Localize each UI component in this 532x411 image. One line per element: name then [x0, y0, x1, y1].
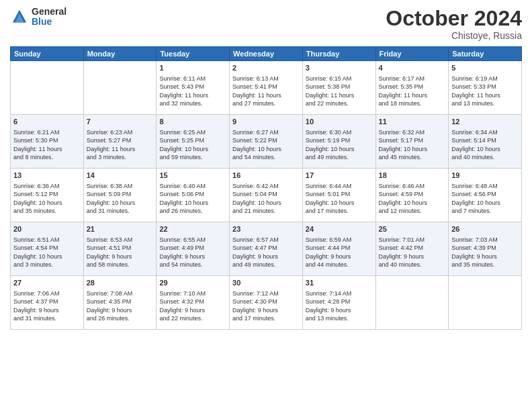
day-cell: 10Sunrise: 6:30 AM Sunset: 5:19 PM Dayli…	[302, 115, 375, 169]
logo-text: General Blue	[32, 7, 66, 28]
day-cell: 16Sunrise: 6:42 AM Sunset: 5:04 PM Dayli…	[230, 169, 303, 222]
day-number: 7	[87, 117, 154, 127]
header-monday: Monday	[83, 47, 157, 61]
day-info: Sunrise: 6:38 AM Sunset: 5:09 PM Dayligh…	[87, 182, 154, 216]
calendar-page: General Blue October 2024 Chistoye, Russ…	[0, 0, 532, 411]
day-number: 3	[306, 63, 373, 73]
day-info: Sunrise: 7:03 AM Sunset: 4:39 PM Dayligh…	[451, 236, 519, 269]
day-number: 18	[379, 171, 446, 181]
day-number: 28	[87, 278, 154, 288]
day-cell: 1Sunrise: 6:11 AM Sunset: 5:43 PM Daylig…	[157, 61, 230, 115]
day-cell: 6Sunrise: 6:21 AM Sunset: 5:30 PM Daylig…	[11, 115, 84, 169]
day-info: Sunrise: 6:19 AM Sunset: 5:33 PM Dayligh…	[451, 75, 519, 108]
week-row-2: 6Sunrise: 6:21 AM Sunset: 5:30 PM Daylig…	[11, 115, 522, 169]
day-number: 2	[232, 63, 300, 73]
week-row-4: 20Sunrise: 6:51 AM Sunset: 4:54 PM Dayli…	[11, 222, 522, 276]
calendar-table: Sunday Monday Tuesday Wednesday Thursday…	[10, 46, 522, 330]
day-info: Sunrise: 7:10 AM Sunset: 4:32 PM Dayligh…	[159, 289, 226, 323]
day-info: Sunrise: 6:15 AM Sunset: 5:38 PM Dayligh…	[306, 75, 373, 108]
day-info: Sunrise: 7:12 AM Sunset: 4:30 PM Dayligh…	[232, 289, 300, 323]
day-cell	[11, 61, 84, 115]
header-thursday: Thursday	[302, 47, 375, 61]
day-cell: 25Sunrise: 7:01 AM Sunset: 4:42 PM Dayli…	[375, 222, 449, 276]
week-row-5: 27Sunrise: 7:06 AM Sunset: 4:37 PM Dayli…	[11, 276, 522, 330]
day-info: Sunrise: 6:40 AM Sunset: 5:06 PM Dayligh…	[159, 182, 226, 216]
day-number: 23	[232, 224, 300, 234]
day-cell: 15Sunrise: 6:40 AM Sunset: 5:06 PM Dayli…	[157, 169, 230, 222]
day-info: Sunrise: 6:13 AM Sunset: 5:41 PM Dayligh…	[232, 75, 300, 108]
day-number: 31	[306, 278, 373, 288]
day-info: Sunrise: 6:34 AM Sunset: 5:14 PM Dayligh…	[451, 128, 519, 162]
logo: General Blue	[10, 7, 66, 28]
day-info: Sunrise: 6:32 AM Sunset: 5:17 PM Dayligh…	[379, 128, 446, 162]
day-cell: 12Sunrise: 6:34 AM Sunset: 5:14 PM Dayli…	[449, 115, 522, 169]
location: Chistoye, Russia	[386, 30, 522, 41]
day-info: Sunrise: 6:21 AM Sunset: 5:30 PM Dayligh…	[13, 128, 81, 162]
day-info: Sunrise: 7:14 AM Sunset: 4:28 PM Dayligh…	[306, 289, 373, 323]
day-info: Sunrise: 7:01 AM Sunset: 4:42 PM Dayligh…	[379, 236, 446, 269]
day-number: 27	[13, 278, 81, 288]
day-number: 24	[306, 224, 373, 234]
logo-general-label: General	[32, 7, 66, 17]
day-number: 21	[87, 224, 154, 234]
day-cell: 2Sunrise: 6:13 AM Sunset: 5:41 PM Daylig…	[230, 61, 303, 115]
day-cell: 23Sunrise: 6:57 AM Sunset: 4:47 PM Dayli…	[230, 222, 303, 276]
header-row: Sunday Monday Tuesday Wednesday Thursday…	[11, 47, 522, 61]
day-cell: 19Sunrise: 6:48 AM Sunset: 4:56 PM Dayli…	[449, 169, 522, 222]
day-cell: 3Sunrise: 6:15 AM Sunset: 5:38 PM Daylig…	[302, 61, 375, 115]
day-info: Sunrise: 6:11 AM Sunset: 5:43 PM Dayligh…	[159, 75, 226, 108]
header-tuesday: Tuesday	[157, 47, 230, 61]
day-number: 20	[13, 224, 81, 234]
day-cell: 11Sunrise: 6:32 AM Sunset: 5:17 PM Dayli…	[375, 115, 449, 169]
day-cell: 27Sunrise: 7:06 AM Sunset: 4:37 PM Dayli…	[11, 276, 84, 330]
day-info: Sunrise: 6:59 AM Sunset: 4:44 PM Dayligh…	[306, 236, 373, 269]
day-cell	[449, 276, 522, 330]
day-cell: 21Sunrise: 6:53 AM Sunset: 4:51 PM Dayli…	[83, 222, 157, 276]
header-saturday: Saturday	[449, 47, 522, 61]
day-info: Sunrise: 6:51 AM Sunset: 4:54 PM Dayligh…	[13, 236, 81, 269]
day-cell: 18Sunrise: 6:46 AM Sunset: 4:59 PM Dayli…	[375, 169, 449, 222]
day-cell: 22Sunrise: 6:55 AM Sunset: 4:49 PM Dayli…	[157, 222, 230, 276]
day-info: Sunrise: 7:06 AM Sunset: 4:37 PM Dayligh…	[13, 289, 81, 323]
header: General Blue October 2024 Chistoye, Russ…	[10, 7, 522, 41]
title-block: October 2024 Chistoye, Russia	[386, 7, 522, 41]
day-cell: 4Sunrise: 6:17 AM Sunset: 5:35 PM Daylig…	[375, 61, 449, 115]
day-cell: 5Sunrise: 6:19 AM Sunset: 5:33 PM Daylig…	[449, 61, 522, 115]
day-info: Sunrise: 6:53 AM Sunset: 4:51 PM Dayligh…	[87, 236, 154, 269]
day-info: Sunrise: 6:48 AM Sunset: 4:56 PM Dayligh…	[451, 182, 519, 216]
calendar-header: Sunday Monday Tuesday Wednesday Thursday…	[11, 47, 522, 61]
calendar-body: 1Sunrise: 6:11 AM Sunset: 5:43 PM Daylig…	[11, 61, 522, 330]
day-number: 12	[451, 117, 519, 127]
header-friday: Friday	[375, 47, 449, 61]
day-info: Sunrise: 6:57 AM Sunset: 4:47 PM Dayligh…	[232, 236, 300, 269]
day-info: Sunrise: 6:42 AM Sunset: 5:04 PM Dayligh…	[232, 182, 300, 216]
day-number: 14	[87, 171, 154, 181]
day-info: Sunrise: 6:25 AM Sunset: 5:25 PM Dayligh…	[159, 128, 226, 162]
day-cell: 30Sunrise: 7:12 AM Sunset: 4:30 PM Dayli…	[230, 276, 303, 330]
day-info: Sunrise: 6:55 AM Sunset: 4:49 PM Dayligh…	[159, 236, 226, 269]
day-number: 8	[159, 117, 226, 127]
day-cell: 24Sunrise: 6:59 AM Sunset: 4:44 PM Dayli…	[302, 222, 375, 276]
day-number: 30	[232, 278, 300, 288]
day-cell: 13Sunrise: 6:36 AM Sunset: 5:12 PM Dayli…	[11, 169, 84, 222]
day-info: Sunrise: 6:23 AM Sunset: 5:27 PM Dayligh…	[87, 128, 154, 162]
day-cell: 28Sunrise: 7:08 AM Sunset: 4:35 PM Dayli…	[83, 276, 157, 330]
week-row-3: 13Sunrise: 6:36 AM Sunset: 5:12 PM Dayli…	[11, 169, 522, 222]
day-number: 16	[232, 171, 300, 181]
day-info: Sunrise: 6:36 AM Sunset: 5:12 PM Dayligh…	[13, 182, 81, 216]
day-cell: 7Sunrise: 6:23 AM Sunset: 5:27 PM Daylig…	[83, 115, 157, 169]
day-number: 19	[451, 171, 519, 181]
day-number: 11	[379, 117, 446, 127]
day-cell: 26Sunrise: 7:03 AM Sunset: 4:39 PM Dayli…	[449, 222, 522, 276]
day-number: 4	[379, 63, 446, 73]
day-cell: 20Sunrise: 6:51 AM Sunset: 4:54 PM Dayli…	[11, 222, 84, 276]
day-info: Sunrise: 6:30 AM Sunset: 5:19 PM Dayligh…	[306, 128, 373, 162]
day-info: Sunrise: 6:17 AM Sunset: 5:35 PM Dayligh…	[379, 75, 446, 108]
day-number: 25	[379, 224, 446, 234]
day-cell: 17Sunrise: 6:44 AM Sunset: 5:01 PM Dayli…	[302, 169, 375, 222]
day-number: 29	[159, 278, 226, 288]
day-cell	[83, 61, 157, 115]
day-cell: 14Sunrise: 6:38 AM Sunset: 5:09 PM Dayli…	[83, 169, 157, 222]
day-info: Sunrise: 6:44 AM Sunset: 5:01 PM Dayligh…	[306, 182, 373, 216]
day-cell: 9Sunrise: 6:27 AM Sunset: 5:22 PM Daylig…	[230, 115, 303, 169]
